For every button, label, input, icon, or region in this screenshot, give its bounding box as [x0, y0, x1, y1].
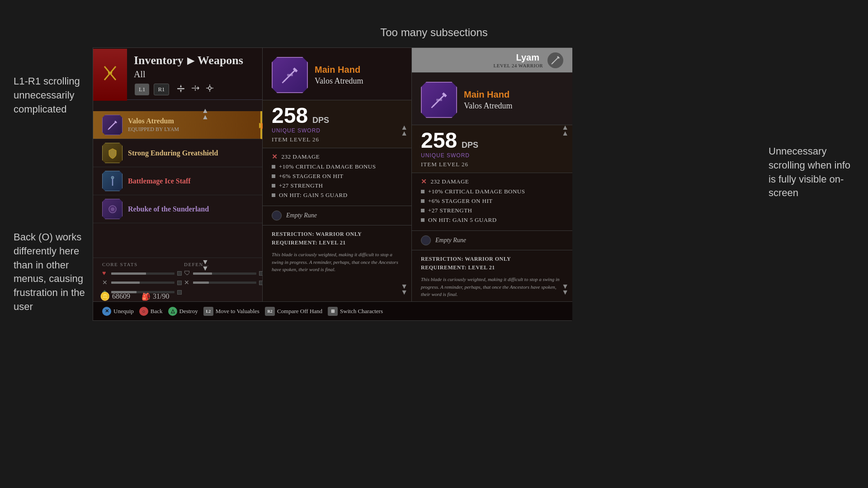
banner-icon: [100, 62, 120, 88]
header-bar: Inventory ▶ Weapons All L1 R1: [93, 48, 262, 100]
filter-weapons-icon[interactable]: [176, 84, 186, 96]
right-up-arrow-2: ▲: [561, 131, 569, 136]
back-btn[interactable]: ○ Back: [139, 307, 163, 316]
stat-stagger: +6% Stagger on Hit: [272, 173, 402, 180]
middle-scroll-up[interactable]: ▲ ▲: [401, 125, 408, 136]
char-damage-x-icon: ✕: [421, 178, 427, 186]
svg-rect-3: [177, 88, 184, 89]
destroy-btn[interactable]: △ Destroy: [168, 307, 198, 316]
char-slot: Main Hand: [464, 89, 513, 100]
stat-guard-text: On Hit: Gain 5 Guard: [279, 192, 348, 199]
char-name-area: Lyam Level 24 Warrior: [494, 52, 543, 68]
char-rune-section: Empty Rune: [412, 231, 572, 250]
stat-mag-end: [177, 290, 182, 295]
gold-amount: 🪙 68609: [100, 291, 130, 301]
stat-stagger-text: +6% Stagger on Hit: [279, 173, 344, 180]
gold-value: 68609: [112, 292, 130, 300]
char-dps-row: 258 DPS: [421, 130, 563, 151]
char-stat-guard-text: On Hit: Gain 5 Guard: [428, 216, 497, 224]
stat-bullet-2: [272, 174, 275, 178]
detail-header: Main Hand Valos Atredum: [263, 48, 411, 100]
char-item-name: Valos Atredum: [464, 101, 513, 111]
right-scroll-up[interactable]: ▲ ▲: [561, 125, 569, 136]
char-stat-stagger-text: +6% Stagger on Hit: [428, 197, 493, 205]
stat-hp-end: [177, 271, 182, 276]
svg-point-10: [208, 87, 211, 89]
stat-bullet-1: [272, 165, 275, 169]
stat-strength: +27 Strength: [272, 182, 402, 189]
scroll-down-arrow[interactable]: ▼ ▼: [202, 258, 209, 272]
detail-dps-section: 258 DPS Unique Sword Item Level 26: [263, 100, 411, 148]
char-stat-crit-text: +10% Critical Damage Bonus: [428, 188, 525, 195]
tab-r1[interactable]: R1: [154, 84, 169, 95]
stat-def2-bar: [193, 282, 256, 284]
item-entry-rebuke[interactable]: Rebuke of the Sunderland: [93, 195, 262, 223]
char-stat-bullet-4: [421, 218, 425, 222]
filter-ranged-icon[interactable]: [190, 83, 200, 96]
tab-l1[interactable]: L1: [135, 84, 149, 95]
stat-def2-icon: ✕: [184, 279, 190, 286]
detail-stats-list: ✕ 232 Damage +10% Critical Damage Bonus …: [263, 148, 411, 206]
char-dps-label: DPS: [462, 141, 478, 150]
unequip-btn[interactable]: ✕ Unequip: [102, 307, 134, 316]
right-down-arrow-2: ▼: [561, 290, 569, 296]
item-icon-rebuke: [102, 199, 123, 219]
requirement-label: Requirement: Level 21: [272, 239, 346, 246]
char-stat-bullet-1: [421, 190, 425, 193]
action-bar: ✕ Unequip ○ Back △ Destroy L2 Move to Va…: [93, 301, 572, 320]
svg-point-21: [111, 207, 114, 211]
item-icon-valos: [102, 115, 123, 135]
item-icon-staff: [102, 171, 123, 191]
char-dps-section: 258 DPS Unique Sword Item Level 26: [412, 125, 572, 173]
restriction-label: Restriction: Warrior only: [272, 231, 362, 237]
middle-scroll-down[interactable]: ▼ ▼: [401, 284, 408, 296]
char-stat-crit: +10% Critical Damage Bonus: [421, 188, 563, 195]
stat-bullet-4: [272, 193, 275, 197]
stat-bar-def1: 🛡: [184, 270, 264, 277]
char-stat-bullet-3: [421, 209, 425, 212]
left-top-annotation: L1-R1 scrolling unnecessarily complicate…: [14, 75, 95, 116]
item-entry-staff[interactable]: Battlemage Ice Staff: [93, 167, 262, 195]
svg-line-15: [109, 122, 116, 129]
compare-label: Compare Off Hand: [277, 308, 322, 315]
item-entry-valos[interactable]: Valos Atredum EQUIPPED BY LYAM: [93, 111, 262, 139]
stat-bar-str: ✕: [102, 279, 182, 286]
middle-up-arrow-2: ▲: [401, 131, 408, 136]
char-rune-circle-icon: [421, 235, 431, 245]
rune-circle-icon: [272, 211, 282, 221]
svg-line-31: [431, 105, 434, 108]
item-wrapper-0: Valos Atredum EQUIPPED BY LYAM ▶: [93, 111, 262, 139]
char-stats-list: ✕ 232 Damage +10% Critical Damage Bonus …: [412, 173, 572, 231]
valuables-btn[interactable]: L2 Move to Valuables: [203, 307, 259, 316]
char-flavor-text: This blade is curiously weighted, making…: [421, 276, 563, 298]
breadcrumb-inventory: Inventory: [134, 54, 184, 67]
switch-btn[interactable]: ⊞ Switch Characters: [328, 307, 383, 316]
svg-line-28: [552, 62, 553, 64]
detail-item-icon: [272, 57, 308, 93]
stat-bar-hp: ♥: [102, 270, 182, 277]
defense-stats-label: Defen...: [184, 262, 264, 267]
char-dps-type: Unique Sword: [421, 152, 563, 159]
svg-line-26: [552, 57, 559, 63]
right-panel: Lyam Level 24 Warrior: [412, 48, 572, 320]
detail-flavor-text: This blade is curiously weighted, making…: [272, 251, 402, 273]
item-name-greatshield: Strong Enduring Greatshield: [128, 149, 218, 157]
unequip-label: Unequip: [113, 308, 134, 315]
detail-name: Valos Atredum: [315, 76, 363, 86]
breadcrumb-filter: All: [134, 69, 243, 80]
stat-str-end: [177, 281, 182, 285]
svg-marker-4: [180, 84, 182, 87]
item-entry-greatshield[interactable]: Strong Enduring Greatshield: [93, 139, 262, 167]
char-stat-guard: On Hit: Gain 5 Guard: [421, 216, 563, 224]
right-scroll-down[interactable]: ▼ ▼: [561, 284, 569, 296]
stat-def1-icon: 🛡: [184, 270, 190, 277]
item-name-rebuke: Rebuke of the Sunderland: [128, 205, 209, 213]
compare-btn[interactable]: R2 Compare Off Hand: [265, 307, 322, 316]
damage-x-icon: ✕: [272, 153, 278, 161]
left-panel: Inventory ▶ Weapons All L1 R1: [93, 48, 263, 320]
scroll-up-arrow[interactable]: ▲ ▲: [202, 107, 209, 121]
char-stat-bullet-2: [421, 199, 425, 203]
filter-magic-icon[interactable]: [205, 83, 215, 96]
char-name: Lyam: [494, 52, 539, 63]
char-stat-strength-text: +27 Strength: [428, 207, 472, 214]
